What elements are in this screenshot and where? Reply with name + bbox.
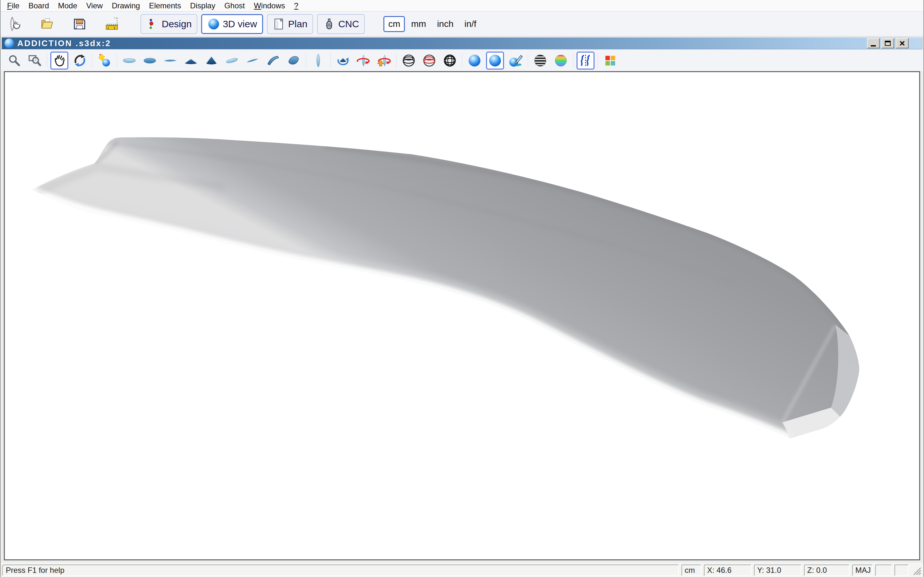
status-cursor-z: Z: 0.0: [804, 564, 850, 576]
unit-in-f[interactable]: in/f: [460, 16, 481, 32]
toolbar-separator: [462, 53, 462, 68]
cnc-mode-button[interactable]: CNC: [317, 14, 365, 34]
toolbar-separator: [306, 53, 306, 68]
shaded-view-icon: [467, 53, 482, 68]
view-tail-button[interactable]: [182, 52, 200, 69]
menu-drawing[interactable]: Drawing: [107, 1, 144, 11]
unit-cm[interactable]: cm: [383, 16, 405, 32]
file-icon-group: [6, 15, 121, 33]
toolbar-separator: [573, 53, 573, 68]
shaded-view-button[interactable]: [465, 52, 483, 69]
minimize-button[interactable]: [867, 38, 880, 48]
render-light-button[interactable]: [95, 52, 113, 69]
wireframe-red-view-icon: [422, 53, 437, 68]
design-mode-button[interactable]: Design: [141, 14, 197, 34]
window-controls: ×: [867, 38, 909, 48]
wireframe-red-view-button[interactable]: [420, 52, 438, 69]
pan-hand-button[interactable]: [50, 52, 68, 69]
toolbar-separator: [47, 53, 47, 68]
view-perspective-top-button[interactable]: [223, 52, 241, 69]
minimize-icon: [871, 45, 876, 47]
close-icon: ×: [899, 39, 905, 48]
unit-inch[interactable]: inch: [432, 16, 458, 32]
resize-grip[interactable]: [911, 564, 922, 576]
view-perspective-rocker-icon: [245, 53, 260, 68]
mesh-view-button[interactable]: [441, 52, 459, 69]
menu-ghost[interactable]: Ghost: [220, 1, 249, 11]
menu-file[interactable]: File: [3, 1, 24, 11]
flip-board-button[interactable]: [334, 52, 352, 69]
new-board-button[interactable]: [6, 15, 23, 33]
rotate-board-vertical-icon: [376, 53, 391, 68]
open-file-button[interactable]: [39, 15, 55, 33]
rotate-board-horizontal-button[interactable]: [355, 52, 373, 69]
app-logo-icon: [5, 39, 14, 48]
menu-view[interactable]: View: [82, 1, 107, 11]
curvature-rainbow-view-icon: [553, 53, 568, 68]
restore-button[interactable]: [881, 38, 894, 48]
view-perspective-bottom-button[interactable]: [284, 52, 302, 69]
status-cursor-x: X: 46.6: [704, 564, 751, 576]
zoom-window-button[interactable]: [26, 52, 44, 69]
toolbar-group: [465, 52, 525, 69]
slice-stripes-view-button[interactable]: [531, 52, 549, 69]
menu-help[interactable]: ?: [290, 1, 303, 11]
color-design-view-button[interactable]: [601, 52, 619, 69]
toolbar-group: [400, 52, 459, 69]
view-toolbar: [1, 50, 923, 71]
menu-elements[interactable]: Elements: [144, 1, 186, 11]
status-readouts: cmX: 46.6Y: 31.0Z: 0.0MAJ: [682, 564, 909, 576]
flow-lines-view-button[interactable]: [577, 52, 594, 69]
smooth-shaded-view-button[interactable]: [486, 52, 504, 69]
application-window: FileBoardModeViewDrawingElementsDisplayG…: [1, 0, 923, 577]
toolbar-group: [531, 52, 570, 69]
close-button[interactable]: ×: [896, 38, 909, 48]
plan-mode-label: Plan: [288, 19, 307, 29]
save-file-button[interactable]: [71, 15, 88, 33]
view-deck-button[interactable]: [141, 52, 159, 69]
view-outline-front-button[interactable]: [309, 52, 327, 69]
rotate-view-button[interactable]: [71, 52, 89, 69]
wireframe-view-button[interactable]: [400, 52, 418, 69]
toolbar-separator: [92, 53, 92, 68]
toolbar-group: [309, 52, 327, 69]
toolbar-separator: [396, 53, 397, 68]
menu-windows[interactable]: Windows: [249, 1, 289, 11]
flow-lines-view-icon: [578, 53, 593, 68]
open-file-icon: [39, 16, 55, 32]
rotate-view-icon: [73, 53, 87, 68]
zoom-button[interactable]: [5, 52, 23, 69]
status-cursor-y: Y: 31.0: [754, 564, 801, 576]
status-extra-1: [875, 564, 892, 576]
view-bottom-button[interactable]: [120, 52, 138, 69]
unit-mm[interactable]: mm: [406, 16, 431, 32]
status-extra-2: [895, 564, 909, 576]
rotate-board-vertical-button[interactable]: [375, 52, 393, 69]
view-perspective-deck-button[interactable]: [264, 52, 282, 69]
cnc-mill-icon: [323, 18, 336, 31]
menu-display[interactable]: Display: [186, 1, 220, 11]
mesh-view-icon: [443, 53, 457, 68]
menu-board[interactable]: Board: [24, 1, 53, 11]
restore-icon: [885, 41, 891, 46]
view-nose-button[interactable]: [202, 52, 220, 69]
3d-view-mode-button[interactable]: 3D view: [201, 14, 263, 34]
status-unit: cm: [682, 564, 701, 576]
document-title: ADDICTION .s3dx:2: [17, 39, 867, 48]
toolbar-group: [120, 52, 302, 69]
curvature-rainbow-view-button[interactable]: [552, 52, 570, 69]
design-nodes-icon: [146, 18, 159, 31]
view-rocker-icon: [163, 53, 178, 68]
3d-viewport[interactable]: [4, 71, 920, 560]
view-perspective-rocker-button[interactable]: [244, 52, 262, 69]
measurements-button[interactable]: [104, 15, 121, 33]
painted-view-button[interactable]: [507, 52, 525, 69]
document-titlebar: ADDICTION .s3dx:2 ×: [2, 37, 922, 49]
view-rocker-button[interactable]: [162, 52, 179, 69]
unit-selector: cmmminchin/f: [383, 16, 481, 32]
plan-mode-button[interactable]: Plan: [267, 14, 313, 34]
menu-mode[interactable]: Mode: [53, 1, 82, 11]
sphere-3d-icon: [207, 18, 220, 31]
toolbar-group: [577, 52, 594, 69]
save-file-icon: [72, 16, 87, 32]
